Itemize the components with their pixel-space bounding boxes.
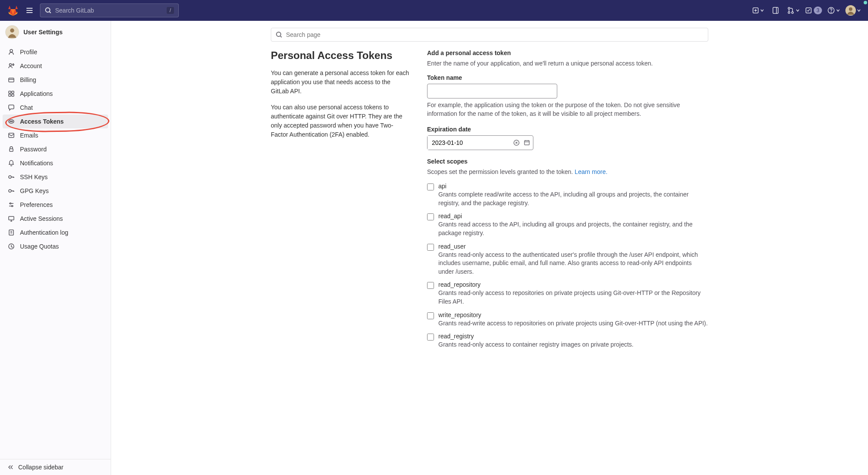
- svg-point-54: [276, 32, 281, 36]
- expiration-date-input[interactable]: [427, 136, 512, 150]
- sidebar-item-label: GPG Keys: [20, 187, 49, 194]
- collapse-icon: [7, 464, 14, 471]
- sidebar-item-gpg-keys[interactable]: GPG Keys: [3, 184, 108, 198]
- svg-line-4: [49, 12, 51, 13]
- scope-description: Grants read access to the API, including…: [438, 220, 708, 237]
- scope-checkbox-write_repository[interactable]: [427, 312, 434, 319]
- user-menu[interactable]: [845, 5, 861, 16]
- svg-point-20: [10, 49, 13, 52]
- issues-link[interactable]: [769, 4, 782, 16]
- scope-name[interactable]: read_registry: [438, 333, 708, 340]
- sidebar-item-label: Active Sessions: [20, 215, 63, 222]
- scope-row: write_repository Grants read-write acces…: [427, 311, 708, 328]
- sidebar: User Settings Profile Account Billing Ap…: [0, 21, 111, 475]
- sidebar-item-active-sessions[interactable]: Active Sessions: [3, 212, 108, 226]
- svg-point-35: [9, 176, 11, 178]
- sidebar-item-notifications[interactable]: Notifications: [3, 156, 108, 170]
- sidebar-item-label: Profile: [20, 49, 37, 56]
- sidebar-item-usage-quotas[interactable]: Usage Quotas: [3, 239, 108, 253]
- merge-requests-menu[interactable]: [787, 7, 800, 14]
- search-icon: [45, 7, 52, 14]
- log-icon: [8, 229, 15, 236]
- svg-rect-59: [525, 141, 529, 145]
- sidebar-item-label: Preferences: [20, 201, 53, 208]
- page-search[interactable]: [271, 28, 708, 42]
- sidebar-item-chat[interactable]: Chat: [3, 101, 108, 115]
- scope-name[interactable]: read_user: [438, 243, 708, 250]
- scope-name[interactable]: write_repository: [438, 311, 708, 318]
- sidebar-item-label: Account: [20, 62, 42, 69]
- collapse-sidebar-button[interactable]: Collapse sidebar: [0, 459, 111, 475]
- description-paragraph: You can also use personal access tokens …: [271, 103, 410, 139]
- svg-rect-25: [9, 91, 11, 93]
- sidebar-item-label: Authentication log: [20, 229, 68, 236]
- scope-description: Grants read-only access to repositories …: [438, 289, 708, 306]
- global-search-input[interactable]: [55, 7, 163, 14]
- page-title: Personal Access Tokens: [271, 49, 410, 62]
- token-name-input[interactable]: [427, 84, 557, 98]
- plus-icon: [752, 7, 759, 14]
- notification-dot: [864, 1, 867, 4]
- scope-description: Grants read-only access to the authentic…: [438, 251, 708, 276]
- scope-name[interactable]: read_repository: [438, 281, 708, 288]
- chevron-down-icon: [857, 8, 861, 13]
- svg-rect-8: [773, 7, 778, 13]
- applications-icon: [8, 90, 15, 97]
- sidebar-item-preferences[interactable]: Preferences: [3, 198, 108, 212]
- sidebar-item-billing[interactable]: Billing: [3, 73, 108, 87]
- svg-point-19: [10, 29, 14, 33]
- svg-point-11: [788, 12, 790, 13]
- svg-point-46: [12, 206, 13, 207]
- hamburger-menu-button[interactable]: [23, 3, 36, 17]
- svg-rect-33: [9, 133, 14, 138]
- token-icon: [8, 118, 15, 125]
- sidebar-item-label: SSH Keys: [20, 174, 48, 180]
- svg-point-10: [788, 7, 790, 9]
- sidebar-item-emails[interactable]: Emails: [3, 128, 108, 142]
- svg-point-39: [9, 190, 11, 192]
- global-search[interactable]: /: [40, 3, 179, 17]
- scope-checkbox-read_user[interactable]: [427, 244, 434, 251]
- todos-link[interactable]: 3: [805, 7, 822, 14]
- todo-icon: [805, 7, 813, 14]
- sidebar-item-ssh-keys[interactable]: SSH Keys: [3, 170, 108, 184]
- help-menu[interactable]: [827, 7, 840, 14]
- scope-checkbox-read_repository[interactable]: [427, 282, 434, 289]
- calendar-button[interactable]: [523, 138, 531, 148]
- main-content: Personal Access Tokens You can generate …: [111, 21, 868, 475]
- scope-checkbox-api[interactable]: [427, 183, 434, 190]
- clear-icon: [513, 139, 520, 146]
- sidebar-item-applications[interactable]: Applications: [3, 87, 108, 101]
- gitlab-logo-icon[interactable]: [7, 4, 19, 16]
- scope-row: read_api Grants read access to the API, …: [427, 213, 708, 237]
- scope-checkbox-read_registry[interactable]: [427, 334, 434, 341]
- scope-name[interactable]: read_api: [438, 213, 708, 219]
- scope-checkbox-read_api[interactable]: [427, 213, 434, 220]
- expiration-label: Expiration date: [427, 126, 708, 133]
- sidebar-item-account[interactable]: Account: [3, 59, 108, 73]
- sidebar-item-label: Applications: [20, 90, 53, 97]
- billing-icon: [8, 76, 15, 83]
- svg-point-21: [10, 64, 12, 66]
- svg-rect-26: [12, 91, 14, 93]
- new-menu-button[interactable]: [752, 7, 764, 14]
- scope-name[interactable]: api: [438, 183, 708, 190]
- svg-point-31: [11, 121, 11, 121]
- scope-row: read_registry Grants read-only access to…: [427, 333, 708, 349]
- chevron-down-icon: [836, 8, 840, 13]
- calendar-icon: [523, 139, 530, 146]
- sidebar-item-authentication-log[interactable]: Authentication log: [3, 226, 108, 239]
- sidebar-item-access-tokens[interactable]: Access Tokens: [3, 115, 108, 128]
- issues-icon: [772, 7, 779, 14]
- quota-icon: [8, 243, 15, 250]
- scope-row: read_user Grants read-only access to the…: [427, 243, 708, 276]
- sidebar-header[interactable]: User Settings: [0, 21, 111, 43]
- page-search-input[interactable]: [286, 31, 704, 38]
- key-icon: [8, 174, 15, 180]
- sidebar-item-profile[interactable]: Profile: [3, 45, 108, 59]
- learn-more-link[interactable]: Learn more.: [575, 168, 607, 175]
- svg-point-3: [46, 8, 50, 12]
- sidebar-item-password[interactable]: Password: [3, 142, 108, 156]
- scope-row: read_repository Grants read-only access …: [427, 281, 708, 306]
- clear-date-button[interactable]: [512, 138, 521, 148]
